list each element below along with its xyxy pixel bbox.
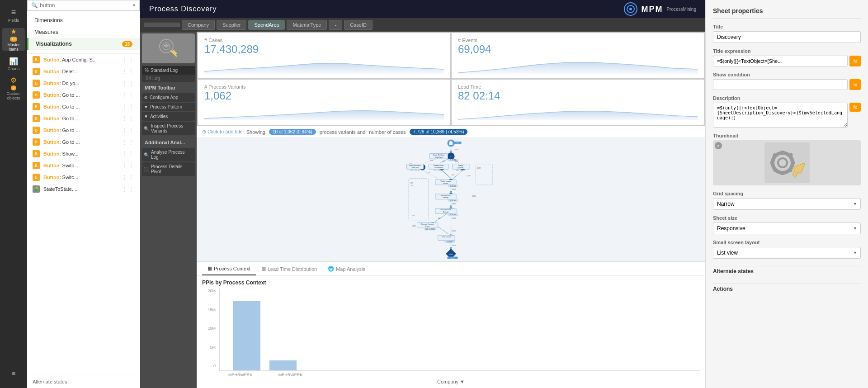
form-group-sheet-size: Sheet size Responsive Custom xyxy=(713,215,861,234)
process-map-content: ▶ Start 1.xxx 7,728 ● xyxy=(197,138,705,261)
remove-payment-node[interactable]: Remove Payment Block 636 . 0.00.09 xyxy=(417,222,438,230)
svg-text:Order Item: Order Item xyxy=(435,156,443,158)
list-item-5[interactable]: B Button: Go to ... ⋮⋮ xyxy=(27,113,140,124)
sidebar-item-custom-objects[interactable]: ⚙ 2 Custom objects xyxy=(2,77,25,99)
nav-item-dimensions[interactable]: Dimensions xyxy=(27,14,140,26)
discovery-icon-btn[interactable] xyxy=(142,33,195,63)
bar-chart-icon: ▦ xyxy=(208,265,212,271)
svg-line-44 xyxy=(442,170,451,179)
list-item-9[interactable]: B Button: Switc... ⋮⋮ xyxy=(27,160,140,171)
tab-process-context[interactable]: ▦ Process Context xyxy=(202,262,256,275)
sheet-size-select[interactable]: Responsive Custom xyxy=(713,222,861,234)
process-pattern-btn[interactable]: ▼ Process Pattern xyxy=(142,103,195,111)
process-details-btn[interactable]: ⬛ Process Details Pivot xyxy=(142,162,195,176)
tab-lead-time[interactable]: ▦ Lead Time Distribution xyxy=(256,262,322,275)
list-item-3[interactable]: B Button: Go to ... ⋮⋮ xyxy=(27,89,140,101)
filter-chip-dash[interactable]: - xyxy=(329,20,342,30)
svg-line-45 xyxy=(453,170,462,179)
show-condition-fx-btn[interactable]: fx xyxy=(849,79,861,90)
configure-app-btn[interactable]: ⚙ Configure App xyxy=(142,93,195,102)
grid-spacing-select[interactable]: Wide Medium Narrow Custom xyxy=(713,198,861,210)
variants-highlight[interactable]: 10 of 1,062 (0.94%) xyxy=(269,129,316,135)
sidebar-item-sheet[interactable]: ▦ xyxy=(2,362,25,384)
activities-btn[interactable]: ▼ Activities xyxy=(142,112,195,121)
record-goods-node[interactable]: Record Goods Receipt 0.00.00 xyxy=(435,193,458,201)
filter-chip-spendarea[interactable]: SpendArea xyxy=(248,20,285,30)
bar-chart-area: MEHRWERK... MEHRWERK... xyxy=(219,289,700,377)
list-item-7[interactable]: B Button: Go to ... ⋮⋮ xyxy=(27,136,140,148)
list-item-icon-4: B xyxy=(33,103,40,110)
drag-handle-2[interactable]: ⋮⋮ xyxy=(122,80,134,87)
stat-card-events: # Events 69,094 xyxy=(452,33,704,78)
drag-handle-6[interactable]: ⋮⋮ xyxy=(122,127,134,134)
inspect-process-btn[interactable]: 🔍 Inspect Process Variants xyxy=(142,122,195,135)
filter-chip-caseid[interactable]: CaseID xyxy=(344,20,373,30)
cases-highlight[interactable]: 7,728 of 10,369 (74.53%) xyxy=(410,129,468,135)
description-fx-btn[interactable]: fx xyxy=(849,103,861,112)
nav-item-measures[interactable]: Measures xyxy=(27,26,140,38)
list-item-6[interactable]: B Button: Go to ... ⋮⋮ xyxy=(27,124,140,136)
chart-content: PPIs by Process Context 20M 15M 10M 5M 0 xyxy=(197,276,705,388)
filter-chip-supplier[interactable]: Supplier xyxy=(217,20,246,30)
filter-chip-company[interactable]: Company xyxy=(182,20,215,30)
drag-handle-1[interactable]: ⋮⋮ xyxy=(122,68,134,75)
drag-handle-5[interactable]: ⋮⋮ xyxy=(122,115,134,122)
search-close-icon[interactable]: × xyxy=(132,2,136,9)
list-item-2[interactable]: B Button: Do yo... ⋮⋮ xyxy=(27,77,140,89)
drag-handle-8[interactable]: ⋮⋮ xyxy=(122,150,134,157)
svg-text:Delete Purchase: Delete Purchase xyxy=(409,165,421,166)
list-item-icon-3: B xyxy=(33,91,40,99)
list-item-11[interactable]: 🧩 StateToState.... ⋮⋮ xyxy=(27,183,140,195)
receive-order-node[interactable]: Receive Order Confirmation 813 . 0.00.00 xyxy=(429,164,448,171)
sidebar-item-master-items[interactable]: ★ 13 Master items xyxy=(2,28,25,51)
svg-text:0.00.00: 0.00.00 xyxy=(450,200,456,202)
drag-handle-0[interactable]: ⋮⋮ xyxy=(122,56,134,63)
record-invoice-node[interactable]: Record Invoice Receipt 0.00.00 xyxy=(435,208,458,216)
title-expression-label: Title expression xyxy=(713,48,861,54)
drag-handle-3[interactable]: ⋮⋮ xyxy=(122,91,134,99)
title-expression-input[interactable] xyxy=(713,56,848,66)
add-title-btn[interactable]: ⊕ Click to add title xyxy=(202,129,243,135)
svg-text:1.xxx: 1.xxx xyxy=(456,142,459,144)
list-item-4[interactable]: B Button: Go to ... ⋮⋮ xyxy=(27,101,140,113)
thumbnail-close-btn[interactable]: × xyxy=(715,142,722,149)
drag-handle-7[interactable]: ⋮⋮ xyxy=(122,138,134,146)
search-input[interactable] xyxy=(40,2,132,9)
description-textarea[interactable]: =$(only([{<TextObject={SheetDescription_… xyxy=(713,103,848,128)
list-item-1[interactable]: B Button: Delet... ⋮⋮ xyxy=(27,66,140,77)
clear-invoice-node[interactable]: Clear Invoice 0.00.00 xyxy=(438,234,455,242)
visualizations-badge: 13 xyxy=(122,41,132,47)
standard-log-btn[interactable]: % Standard Log xyxy=(142,66,195,75)
filter-chip-0[interactable] xyxy=(144,23,180,27)
sidebar-item-fields[interactable]: ≡ Fields xyxy=(2,4,25,26)
svg-text:4,097: 4,097 xyxy=(477,167,481,169)
filter-chip-materialtype[interactable]: MaterialType xyxy=(287,20,327,30)
icon-sidebar: ≡ Fields ★ 13 Master items 📊 Charts ⚙ 2 … xyxy=(0,0,27,388)
start-node[interactable]: ▶ Start 1.xxx xyxy=(447,139,461,147)
drag-handle-4[interactable]: ⋮⋮ xyxy=(122,103,134,110)
show-condition-input[interactable] xyxy=(713,79,848,90)
standard-log-label: Standard Log xyxy=(151,68,178,73)
list-item-0[interactable]: B Button: App Config: S... ⋮⋮ xyxy=(27,54,140,66)
drag-handle-10[interactable]: ⋮⋮ xyxy=(122,174,134,181)
sidebar-item-charts[interactable]: 📊 Charts xyxy=(2,52,25,75)
thumbnail-img xyxy=(713,140,861,185)
svg-text:253: 253 xyxy=(410,182,413,184)
filter-icon: ▼ xyxy=(144,104,148,109)
list-item-8[interactable]: B Button: Show... ⋮⋮ xyxy=(27,148,140,160)
end-node[interactable]: End 1.xxx xyxy=(446,249,458,259)
analyse-process-btn[interactable]: 🔍 Analyse Process Log xyxy=(142,148,195,161)
tab-map-analysis[interactable]: 🌐 Map Analysis xyxy=(322,262,371,275)
title-input[interactable] xyxy=(713,31,861,43)
drag-handle-11[interactable]: ⋮⋮ xyxy=(122,185,134,193)
delete-po-node[interactable]: Delete Purchase Order Item 253 . 0.00.00 xyxy=(406,164,425,171)
vendor-invoice-node[interactable]: Vendor creates invoice 0.00.00 xyxy=(435,179,458,187)
nav-item-visualizations[interactable]: Visualizations 13 xyxy=(27,38,140,50)
title-expression-fx-btn[interactable]: fx xyxy=(849,56,861,66)
list-item-10[interactable]: B Button: Switc... ⋮⋮ xyxy=(27,171,140,183)
small-screen-select[interactable]: List view Grid view xyxy=(713,247,861,259)
process-variants-text: process variants and xyxy=(320,129,366,135)
bar-chart xyxy=(219,289,700,371)
drag-handle-9[interactable]: ⋮⋮ xyxy=(122,162,134,169)
change-qty-node[interactable]: Change Quantity 106 . 0.00.00 xyxy=(452,164,469,171)
